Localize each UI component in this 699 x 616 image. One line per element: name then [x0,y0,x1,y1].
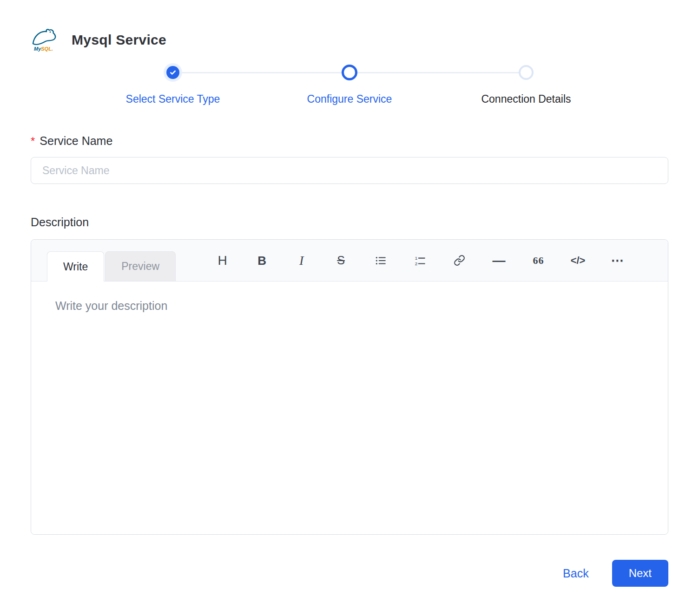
bold-icon[interactable]: B [242,247,282,275]
tab-write[interactable]: Write [47,251,104,282]
step-active-circle-icon [342,65,357,80]
heading-icon[interactable]: H [203,247,242,275]
stepper: Select Service Type Configure Service Co… [94,64,605,105]
quote-icon[interactable]: 66 [519,247,558,275]
svg-text:MySQL.: MySQL. [34,46,53,52]
description-label: Description [31,216,668,229]
step2-circle-wrap [342,64,357,81]
horizontal-rule-glyph: — [493,254,506,267]
heading-glyph: H [218,254,227,267]
editor-toolbar: Write Preview H B I S [31,240,668,282]
description-textarea[interactable] [31,282,668,534]
service-name-label-text: Service Name [40,134,112,147]
back-button[interactable]: Back [563,567,589,580]
link-icon[interactable] [440,247,479,275]
code-glyph: </> [571,256,586,266]
step1-circle-wrap [166,64,179,81]
step-completed-check-icon [166,66,179,79]
code-icon[interactable]: </> [558,247,598,275]
next-button[interactable]: Next [612,560,668,587]
service-name-section: *Service Name [31,134,668,184]
step-connection-details: Connection Details [447,64,605,105]
editor-tools: H B I S [203,247,637,275]
mysql-logo-icon: MySQL. [31,27,58,53]
header: MySQL. Mysql Service [31,27,668,53]
tab-preview[interactable]: Preview [105,251,176,281]
required-asterisk: * [31,135,35,147]
service-name-label: *Service Name [31,134,668,148]
service-name-input[interactable] [31,157,668,184]
numbered-list-icon[interactable]: 1 2 [400,247,440,275]
step3-label: Connection Details [481,93,571,105]
step-pending-circle-icon [519,65,534,80]
step1-label: Select Service Type [126,93,220,105]
step-select-service-type: Select Service Type [94,64,252,105]
svg-text:2: 2 [415,261,417,266]
service-config-page: MySQL. Mysql Service Select Service Type… [0,0,699,616]
step-configure-service: Configure Service [270,64,429,105]
footer-actions: Back Next [31,560,668,587]
horizontal-rule-icon[interactable]: — [479,247,519,275]
bulleted-list-icon[interactable] [361,247,400,275]
strikethrough-glyph: S [337,255,345,266]
italic-glyph: I [299,254,303,267]
editor-tabs: Write Preview [47,251,176,281]
italic-icon[interactable]: I [282,247,321,275]
more-glyph: ⋯ [611,254,624,267]
page-title: Mysql Service [72,32,166,48]
more-options-icon[interactable]: ⋯ [598,247,637,275]
strikethrough-icon[interactable]: S [321,247,361,275]
step3-circle-wrap [519,64,534,81]
description-editor: Write Preview H B I S [31,239,668,535]
svg-text:1: 1 [415,255,417,260]
description-section: Description Write Preview H B I S [31,216,668,535]
bold-glyph: B [257,255,266,267]
quote-glyph: 66 [533,256,544,266]
step2-label: Configure Service [307,93,392,105]
